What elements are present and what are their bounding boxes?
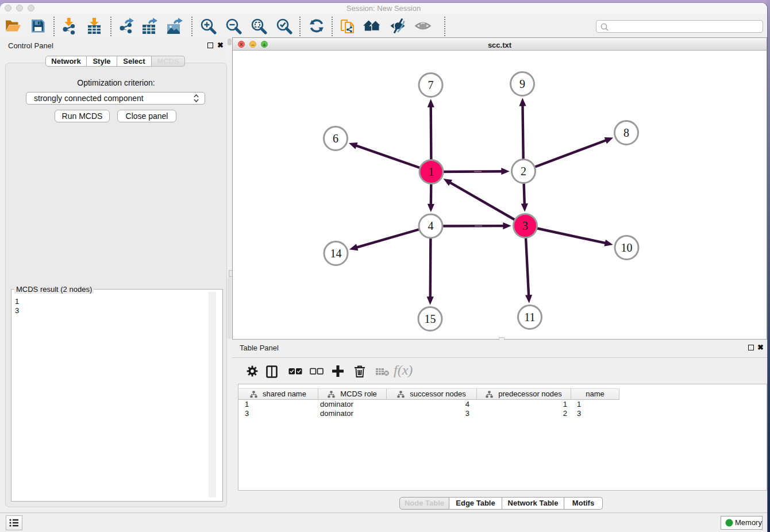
svg-text:1: 1 <box>429 165 434 178</box>
svg-text:9: 9 <box>519 78 525 90</box>
svg-text:4: 4 <box>428 219 434 232</box>
svg-text:3: 3 <box>522 219 528 232</box>
svg-text:15: 15 <box>425 313 436 325</box>
svg-text:2: 2 <box>521 165 526 178</box>
svg-text:10: 10 <box>621 241 633 254</box>
svg-text:7: 7 <box>428 79 434 91</box>
svg-text:6: 6 <box>333 132 338 145</box>
svg-text:8: 8 <box>623 126 629 139</box>
svg-text:11: 11 <box>524 311 535 323</box>
svg-text:14: 14 <box>330 247 342 260</box>
